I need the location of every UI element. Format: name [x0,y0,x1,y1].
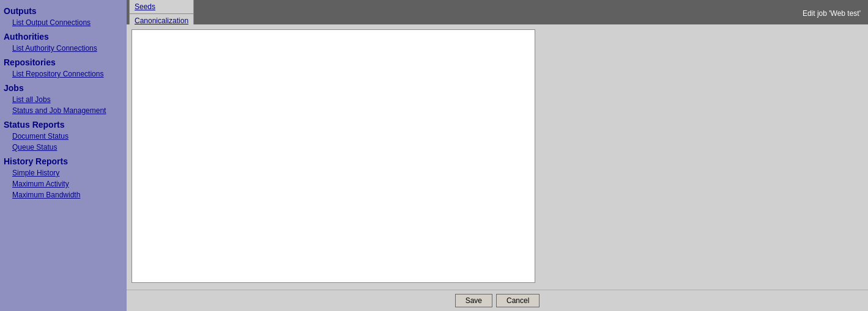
sidebar-section-jobs: Jobs [0,79,127,94]
sidebar-section-history-reports: History Reports [0,153,127,167]
sidebar: OutputsList Output ConnectionsAuthoritie… [0,0,127,311]
tab-seeds[interactable]: Seeds [129,0,194,13]
sidebar-item-maximum-bandwidth[interactable]: Maximum Bandwidth [0,189,127,200]
sidebar-section-outputs: Outputs [0,2,127,17]
sidebar-section-repositories: Repositories [0,54,127,68]
sidebar-section-authorities: Authorities [0,28,127,43]
edit-job-label: Edit job 'Web test' [803,9,866,18]
main-content: NameConnectionSchedulingHop FiltersSeeds… [127,0,868,311]
exclusions-textarea[interactable] [132,29,535,283]
right-panel [540,24,868,290]
sidebar-item-list-all-jobs[interactable]: List all Jobs [0,94,127,105]
content-area: Save Cancel [127,24,868,311]
sidebar-item-simple-history[interactable]: Simple History [0,167,127,178]
bottom-bar: Save Cancel [127,290,868,311]
sidebar-item-document-status[interactable]: Document Status [0,131,127,142]
sidebar-item-list-repository-connections[interactable]: List Repository Connections [0,68,127,79]
cancel-button[interactable]: Cancel [496,294,540,307]
save-button[interactable]: Save [455,294,492,307]
exclusions-container [127,24,540,290]
sidebar-item-maximum-activity[interactable]: Maximum Activity [0,178,127,189]
sidebar-item-queue-status[interactable]: Queue Status [0,142,127,153]
content-row [127,24,868,290]
tab-bar: NameConnectionSchedulingHop FiltersSeeds… [127,0,868,24]
sidebar-item-list-output-connections[interactable]: List Output Connections [0,17,127,28]
sidebar-item-status-and-job-management[interactable]: Status and Job Management [0,105,127,116]
sidebar-section-status-reports: Status Reports [0,116,127,131]
sidebar-item-list-authority-connections[interactable]: List Authority Connections [0,43,127,54]
